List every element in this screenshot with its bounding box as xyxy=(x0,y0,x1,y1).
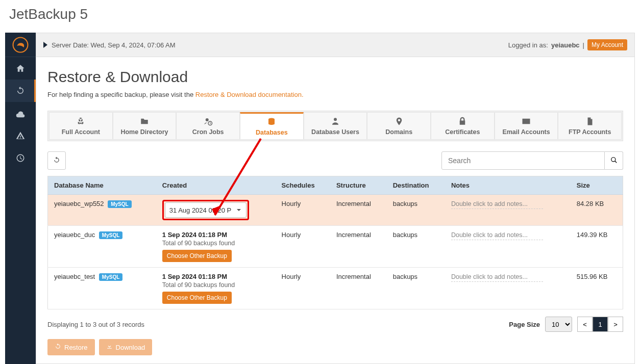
restore-icon xyxy=(55,343,61,351)
mysql-badge: MySQL xyxy=(99,231,122,239)
col-created[interactable]: Created xyxy=(156,176,276,195)
notes-field[interactable]: Double click to add notes... xyxy=(451,273,543,282)
lock-icon xyxy=(458,117,467,127)
page-title: Restore & Download xyxy=(47,68,623,86)
refresh-icon xyxy=(53,157,60,165)
sidebar-item-history[interactable] xyxy=(5,147,36,169)
table-row[interactable]: yeiauebc_test MySQL 1 Sep 2024 01:18 PM … xyxy=(48,268,623,309)
svg-point-4 xyxy=(334,118,337,121)
pager-page-button[interactable]: 1 xyxy=(593,317,608,332)
help-link[interactable]: Restore & Download documentation. xyxy=(195,91,304,98)
tab-domains[interactable]: Domains xyxy=(367,112,431,140)
server-date: Server Date: Wed, Sep 4, 2024, 07:06 AM xyxy=(52,41,176,49)
col-structure[interactable]: Structure xyxy=(330,176,387,195)
download-icon xyxy=(106,343,113,351)
refresh-button[interactable] xyxy=(47,151,66,170)
restore-button[interactable]: Restore xyxy=(47,339,95,355)
tab-databases[interactable]: Databases xyxy=(240,112,304,140)
search-icon xyxy=(610,157,618,165)
breadcrumb-arrow-icon xyxy=(43,42,47,48)
folder-icon xyxy=(140,117,149,127)
col-destination[interactable]: Destination xyxy=(387,176,445,195)
tab-ftp-accounts[interactable]: FTP Accounts xyxy=(558,112,622,140)
col-schedules[interactable]: Schedules xyxy=(276,176,330,195)
svg-point-5 xyxy=(611,157,615,161)
choose-other-backup-button[interactable]: Choose Other Backup xyxy=(162,292,232,304)
page-size-select[interactable]: 10 xyxy=(545,317,572,332)
pager-prev-button[interactable]: < xyxy=(577,317,593,332)
col-database-name[interactable]: Database Name xyxy=(48,176,156,195)
tabs: Full Account Home Directory Cron Jobs Da… xyxy=(47,111,623,141)
tab-cron-jobs[interactable]: Cron Jobs xyxy=(176,112,240,140)
col-size[interactable]: Size xyxy=(571,176,623,195)
pager-next-button[interactable]: > xyxy=(608,317,623,332)
help-text: For help finding a specific backup, plea… xyxy=(47,91,623,98)
logged-in-user: yeiauebc xyxy=(551,41,580,49)
tab-email-accounts[interactable]: Email Accounts xyxy=(495,112,558,140)
notes-field[interactable]: Double click to add notes... xyxy=(451,200,543,209)
sidebar-item-download[interactable] xyxy=(5,102,36,124)
annotation-highlight-box: 31 Aug 2024 09:20 PM xyxy=(162,200,249,220)
search-button[interactable] xyxy=(605,151,623,170)
table-row[interactable]: yeiauebc_duc MySQL 1 Sep 2024 01:18 PM T… xyxy=(48,226,623,268)
mysql-badge: MySQL xyxy=(99,273,122,281)
sidebar xyxy=(5,33,36,364)
my-account-button[interactable]: My Account xyxy=(587,39,627,50)
users-icon xyxy=(331,117,340,127)
tab-full-account[interactable]: Full Account xyxy=(49,112,113,140)
created-select[interactable]: 31 Aug 2024 09:20 PM xyxy=(165,202,247,218)
file-icon xyxy=(585,117,595,127)
search-input[interactable] xyxy=(441,151,605,170)
backups-table: Database Name Created Schedules Structur… xyxy=(47,176,623,309)
database-icon xyxy=(267,117,276,128)
app-title: JetBackup 5 xyxy=(0,0,640,33)
map-pin-icon xyxy=(395,117,404,127)
user-clock-icon xyxy=(204,117,213,127)
tab-home-directory[interactable]: Home Directory xyxy=(113,112,177,140)
sidebar-item-restore[interactable] xyxy=(5,80,36,102)
table-row[interactable]: yeiauebc_wp552 MySQL 31 Aug 2024 09:20 P… xyxy=(48,195,623,226)
app-logo xyxy=(5,33,36,57)
mysql-badge: MySQL xyxy=(108,200,131,208)
cubes-icon xyxy=(76,117,85,127)
col-notes[interactable]: Notes xyxy=(445,176,571,195)
tab-database-users[interactable]: Database Users xyxy=(304,112,367,140)
tab-certificates[interactable]: Certificates xyxy=(431,112,495,140)
choose-other-backup-button[interactable]: Choose Other Backup xyxy=(162,250,232,262)
logged-in-label: Logged in as: xyxy=(508,41,548,49)
topbar: Server Date: Wed, Sep 4, 2024, 07:06 AM … xyxy=(36,33,635,57)
download-button[interactable]: Download xyxy=(99,339,153,355)
display-count: Displaying 1 to 3 out of 3 records xyxy=(47,321,144,328)
sidebar-item-home[interactable] xyxy=(5,57,36,80)
envelope-icon xyxy=(522,117,531,127)
sidebar-item-alerts[interactable] xyxy=(5,124,36,147)
notes-field[interactable]: Double click to add notes... xyxy=(451,231,543,240)
svg-point-1 xyxy=(205,118,208,121)
page-size-label: Page Size xyxy=(509,321,540,328)
